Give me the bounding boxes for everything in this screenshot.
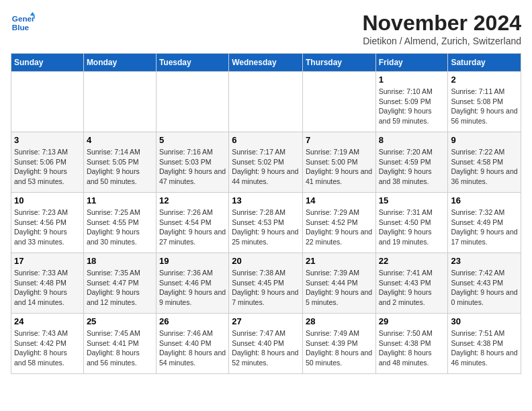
calendar-cell: 2Sunrise: 7:11 AM Sunset: 5:08 PM Daylig… xyxy=(448,72,521,132)
calendar-week-2: 10Sunrise: 7:23 AM Sunset: 4:56 PM Dayli… xyxy=(11,193,521,253)
day-number: 12 xyxy=(159,195,226,205)
day-info: Sunrise: 7:31 AM Sunset: 4:50 PM Dayligh… xyxy=(379,208,445,247)
calendar-cell: 27Sunrise: 7:47 AM Sunset: 4:40 PM Dayli… xyxy=(229,314,303,374)
day-info: Sunrise: 7:26 AM Sunset: 4:54 PM Dayligh… xyxy=(159,208,226,247)
day-number: 17 xyxy=(14,256,81,266)
weekday-header-tuesday: Tuesday xyxy=(156,54,228,72)
day-number: 11 xyxy=(87,195,153,205)
day-info: Sunrise: 7:23 AM Sunset: 4:56 PM Dayligh… xyxy=(14,208,81,247)
calendar-cell: 28Sunrise: 7:49 AM Sunset: 4:39 PM Dayli… xyxy=(302,314,375,374)
calendar-week-3: 17Sunrise: 7:33 AM Sunset: 4:48 PM Dayli… xyxy=(11,253,521,314)
day-number: 9 xyxy=(451,135,518,145)
calendar-cell: 23Sunrise: 7:42 AM Sunset: 4:43 PM Dayli… xyxy=(448,253,521,314)
header: General Blue November 2024 Dietikon / Al… xyxy=(11,11,521,46)
day-info: Sunrise: 7:22 AM Sunset: 4:58 PM Dayligh… xyxy=(451,147,518,187)
day-number: 23 xyxy=(451,256,518,266)
weekday-header-wednesday: Wednesday xyxy=(229,54,303,72)
day-info: Sunrise: 7:35 AM Sunset: 4:47 PM Dayligh… xyxy=(87,268,153,308)
calendar-cell: 18Sunrise: 7:35 AM Sunset: 4:47 PM Dayli… xyxy=(83,253,156,314)
day-number: 16 xyxy=(451,195,518,205)
calendar-cell: 8Sunrise: 7:20 AM Sunset: 4:59 PM Daylig… xyxy=(375,132,448,193)
day-number: 19 xyxy=(159,256,226,266)
weekday-header-saturday: Saturday xyxy=(448,54,521,72)
day-info: Sunrise: 7:33 AM Sunset: 4:48 PM Dayligh… xyxy=(14,268,81,308)
calendar-cell: 26Sunrise: 7:46 AM Sunset: 4:40 PM Dayli… xyxy=(156,314,228,374)
calendar-cell: 7Sunrise: 7:19 AM Sunset: 5:00 PM Daylig… xyxy=(302,132,375,193)
day-number: 21 xyxy=(306,256,373,266)
weekday-header-sunday: Sunday xyxy=(11,54,84,72)
calendar-cell xyxy=(11,72,84,132)
day-info: Sunrise: 7:16 AM Sunset: 5:03 PM Dayligh… xyxy=(159,147,226,187)
day-info: Sunrise: 7:43 AM Sunset: 4:42 PM Dayligh… xyxy=(14,328,81,368)
day-info: Sunrise: 7:17 AM Sunset: 5:02 PM Dayligh… xyxy=(232,147,300,187)
day-number: 29 xyxy=(379,316,445,326)
weekday-header-thursday: Thursday xyxy=(302,54,375,72)
day-number: 24 xyxy=(14,316,81,326)
day-number: 30 xyxy=(451,316,518,326)
day-number: 28 xyxy=(306,316,373,326)
day-info: Sunrise: 7:45 AM Sunset: 4:41 PM Dayligh… xyxy=(87,328,153,368)
day-number: 10 xyxy=(14,195,81,205)
calendar-cell: 1Sunrise: 7:10 AM Sunset: 5:09 PM Daylig… xyxy=(375,72,448,132)
calendar-cell: 16Sunrise: 7:32 AM Sunset: 4:49 PM Dayli… xyxy=(448,193,521,253)
calendar-cell: 25Sunrise: 7:45 AM Sunset: 4:41 PM Dayli… xyxy=(83,314,156,374)
calendar-cell: 24Sunrise: 7:43 AM Sunset: 4:42 PM Dayli… xyxy=(11,314,84,374)
calendar-cell xyxy=(302,72,375,132)
calendar-cell: 12Sunrise: 7:26 AM Sunset: 4:54 PM Dayli… xyxy=(156,193,228,253)
calendar-cell: 15Sunrise: 7:31 AM Sunset: 4:50 PM Dayli… xyxy=(375,193,448,253)
day-info: Sunrise: 7:38 AM Sunset: 4:45 PM Dayligh… xyxy=(232,268,300,308)
location-subtitle: Dietikon / Almend, Zurich, Switzerland xyxy=(362,36,521,46)
day-number: 27 xyxy=(232,316,300,326)
day-number: 18 xyxy=(87,256,153,266)
calendar-cell: 13Sunrise: 7:28 AM Sunset: 4:53 PM Dayli… xyxy=(229,193,303,253)
calendar-cell: 30Sunrise: 7:51 AM Sunset: 4:38 PM Dayli… xyxy=(448,314,521,374)
calendar-cell: 11Sunrise: 7:25 AM Sunset: 4:55 PM Dayli… xyxy=(83,193,156,253)
day-number: 25 xyxy=(87,316,153,326)
day-number: 20 xyxy=(232,256,300,266)
day-info: Sunrise: 7:20 AM Sunset: 4:59 PM Dayligh… xyxy=(379,147,445,187)
calendar-cell: 22Sunrise: 7:41 AM Sunset: 4:43 PM Dayli… xyxy=(375,253,448,314)
calendar-cell: 19Sunrise: 7:36 AM Sunset: 4:46 PM Dayli… xyxy=(156,253,228,314)
calendar-week-1: 3Sunrise: 7:13 AM Sunset: 5:06 PM Daylig… xyxy=(11,132,521,193)
day-info: Sunrise: 7:13 AM Sunset: 5:06 PM Dayligh… xyxy=(14,147,81,187)
day-number: 13 xyxy=(232,195,300,205)
month-title: November 2024 xyxy=(362,11,521,36)
calendar-week-4: 24Sunrise: 7:43 AM Sunset: 4:42 PM Dayli… xyxy=(11,314,521,374)
day-number: 3 xyxy=(14,135,81,145)
calendar-cell xyxy=(83,72,156,132)
day-info: Sunrise: 7:11 AM Sunset: 5:08 PM Dayligh… xyxy=(451,87,518,126)
day-number: 2 xyxy=(451,75,518,85)
day-info: Sunrise: 7:28 AM Sunset: 4:53 PM Dayligh… xyxy=(232,208,300,247)
calendar-cell: 4Sunrise: 7:14 AM Sunset: 5:05 PM Daylig… xyxy=(83,132,156,193)
calendar-cell: 6Sunrise: 7:17 AM Sunset: 5:02 PM Daylig… xyxy=(229,132,303,193)
calendar-cell: 29Sunrise: 7:50 AM Sunset: 4:38 PM Dayli… xyxy=(375,314,448,374)
day-info: Sunrise: 7:25 AM Sunset: 4:55 PM Dayligh… xyxy=(87,208,153,247)
calendar-cell: 9Sunrise: 7:22 AM Sunset: 4:58 PM Daylig… xyxy=(448,132,521,193)
day-info: Sunrise: 7:49 AM Sunset: 4:39 PM Dayligh… xyxy=(306,328,373,368)
day-info: Sunrise: 7:39 AM Sunset: 4:44 PM Dayligh… xyxy=(306,268,373,308)
day-info: Sunrise: 7:10 AM Sunset: 5:09 PM Dayligh… xyxy=(379,87,445,126)
day-info: Sunrise: 7:29 AM Sunset: 4:52 PM Dayligh… xyxy=(306,208,373,247)
day-info: Sunrise: 7:36 AM Sunset: 4:46 PM Dayligh… xyxy=(159,268,226,308)
day-info: Sunrise: 7:46 AM Sunset: 4:40 PM Dayligh… xyxy=(159,328,226,368)
day-info: Sunrise: 7:32 AM Sunset: 4:49 PM Dayligh… xyxy=(451,208,518,247)
day-info: Sunrise: 7:14 AM Sunset: 5:05 PM Dayligh… xyxy=(87,147,153,187)
calendar-cell: 21Sunrise: 7:39 AM Sunset: 4:44 PM Dayli… xyxy=(302,253,375,314)
day-info: Sunrise: 7:51 AM Sunset: 4:38 PM Dayligh… xyxy=(451,328,518,368)
day-info: Sunrise: 7:50 AM Sunset: 4:38 PM Dayligh… xyxy=(379,328,445,368)
calendar-cell: 17Sunrise: 7:33 AM Sunset: 4:48 PM Dayli… xyxy=(11,253,84,314)
day-number: 14 xyxy=(306,195,373,205)
day-number: 7 xyxy=(306,135,373,145)
calendar-week-0: 1Sunrise: 7:10 AM Sunset: 5:09 PM Daylig… xyxy=(11,72,521,132)
day-number: 22 xyxy=(379,256,445,266)
weekday-header-monday: Monday xyxy=(83,54,156,72)
calendar-cell: 20Sunrise: 7:38 AM Sunset: 4:45 PM Dayli… xyxy=(229,253,303,314)
day-info: Sunrise: 7:19 AM Sunset: 5:00 PM Dayligh… xyxy=(306,147,373,187)
calendar-table: SundayMondayTuesdayWednesdayThursdayFrid… xyxy=(11,53,521,374)
calendar-cell: 10Sunrise: 7:23 AM Sunset: 4:56 PM Dayli… xyxy=(11,193,84,253)
calendar-cell: 5Sunrise: 7:16 AM Sunset: 5:03 PM Daylig… xyxy=(156,132,228,193)
weekday-header-friday: Friday xyxy=(375,54,448,72)
day-info: Sunrise: 7:42 AM Sunset: 4:43 PM Dayligh… xyxy=(451,268,518,308)
title-block: November 2024 Dietikon / Almend, Zurich,… xyxy=(362,11,521,46)
calendar-cell: 14Sunrise: 7:29 AM Sunset: 4:52 PM Dayli… xyxy=(302,193,375,253)
